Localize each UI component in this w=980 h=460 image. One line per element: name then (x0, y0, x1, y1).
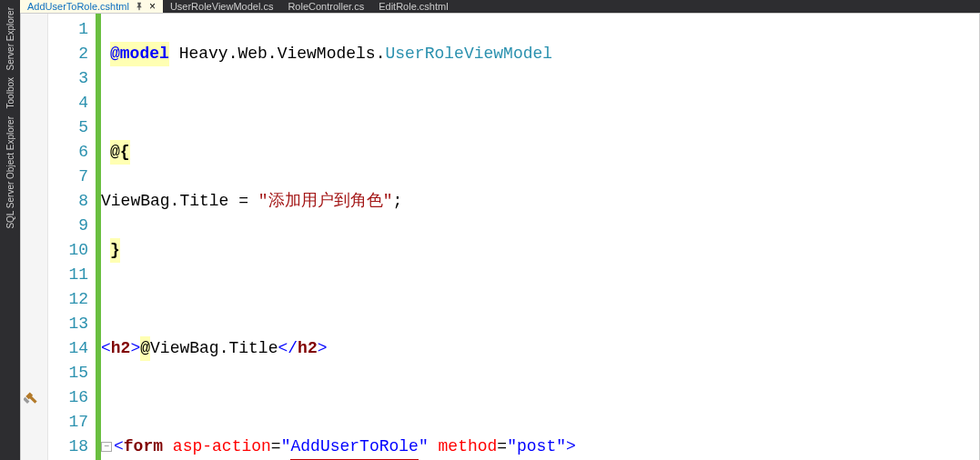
ln: 14 (48, 336, 88, 361)
code-line (101, 287, 979, 312)
ln: 18 (48, 435, 88, 459)
ln: 13 (48, 312, 88, 336)
ln: 12 (48, 287, 88, 312)
line-numbers: 1 2 3 4 5 6 7 8 9 10 11 12 13 14 15 16 1… (48, 14, 96, 460)
tab-role-controller[interactable]: RoleController.cs (280, 0, 371, 13)
code-line: } (101, 238, 979, 263)
fold-icon[interactable]: − (101, 442, 112, 452)
tab-label: EditRole.cshtml (379, 1, 448, 12)
ln: 4 (48, 91, 88, 115)
ln: 5 (48, 115, 88, 140)
pin-icon[interactable] (135, 2, 144, 11)
ln: 7 (48, 165, 88, 189)
ln: 11 (48, 263, 88, 287)
tab-user-role-viewmodel[interactable]: UserRoleViewModel.cs (163, 0, 281, 13)
code-line (101, 91, 979, 115)
close-icon[interactable]: × (149, 0, 156, 13)
ln: 3 (48, 66, 88, 91)
code-line: <h2>@ViewBag.Title</h2> (101, 336, 979, 361)
ln: 17 (48, 410, 88, 435)
tab-label: UserRoleViewModel.cs (170, 1, 274, 12)
ln: 8 (48, 189, 88, 214)
breakpoint-margin[interactable] (21, 14, 48, 460)
code-line: −<form asp-action="AddUserToRole" method… (101, 435, 979, 459)
code-area[interactable]: @model Heavy.Web.ViewModels.UserRoleView… (101, 14, 979, 460)
code-line: @model Heavy.Web.ViewModels.UserRoleView… (101, 42, 979, 66)
code-editor[interactable]: 1 2 3 4 5 6 7 8 9 10 11 12 13 14 15 16 1… (20, 13, 980, 460)
tab-label: AddUserToRole.cshtml (27, 1, 129, 12)
ln: 15 (48, 361, 88, 385)
document-tab-well: AddUserToRole.cshtml × UserRoleViewModel… (20, 0, 980, 13)
side-tool-well: Server Explorer Toolbox SQL Server Objec… (0, 0, 20, 460)
code-line (101, 385, 979, 410)
side-tab-sql-explorer[interactable]: SQL Server Object Explorer (5, 116, 15, 229)
ln: 9 (48, 214, 88, 238)
build-icon (24, 389, 40, 405)
ln: 6 (48, 140, 88, 165)
tab-label: RoleController.cs (288, 1, 364, 12)
code-line: ViewBag.Title = "添加用户到角色"; (101, 189, 979, 214)
ln: 10 (48, 238, 88, 263)
ln: 16 (48, 385, 88, 410)
tab-add-user-to-role[interactable]: AddUserToRole.cshtml × (20, 0, 163, 13)
ln: 1 (48, 17, 88, 42)
side-tab-toolbox[interactable]: Toolbox (5, 77, 15, 108)
code-line: @{ (101, 140, 979, 165)
tab-edit-role[interactable]: EditRole.cshtml (371, 0, 455, 13)
side-tab-server-explorer[interactable]: Server Explorer (5, 7, 15, 70)
ln: 2 (48, 42, 88, 66)
